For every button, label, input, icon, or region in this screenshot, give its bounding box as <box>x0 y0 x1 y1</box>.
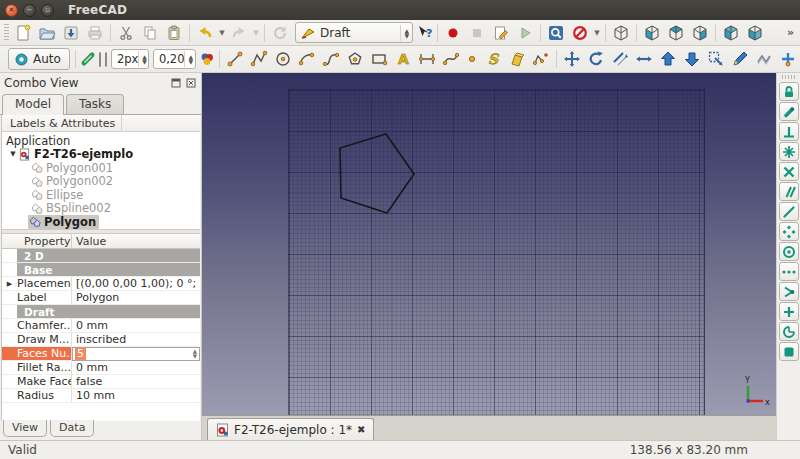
tree-item-polygon001[interactable]: Polygon001 <box>2 161 200 175</box>
draft-move-button[interactable] <box>560 48 584 70</box>
tree-item-polygon-selected[interactable]: Polygon <box>2 215 200 229</box>
paste-button[interactable] <box>162 22 186 44</box>
copy-button[interactable] <box>138 22 162 44</box>
macro-play-button[interactable] <box>513 22 537 44</box>
3d-viewport[interactable]: Y x <box>202 73 776 415</box>
snap-extension-button[interactable] <box>779 202 799 221</box>
draft-polygon-button[interactable] <box>343 48 367 70</box>
polygon-shape[interactable] <box>340 134 414 213</box>
workingplane-auto-button[interactable]: Auto <box>8 48 70 70</box>
snap-workingplane-button[interactable] <box>779 342 799 361</box>
print-button[interactable] <box>83 22 107 44</box>
panel-close-button[interactable] <box>185 77 197 89</box>
draft-wire-button[interactable] <box>247 48 271 70</box>
snap-midpoint-button[interactable] <box>779 302 799 321</box>
macro-edit-button[interactable] <box>489 22 513 44</box>
draft-bezier-button[interactable] <box>439 48 463 70</box>
property-row-placement[interactable]: ▶Placement[(0,00 0,00 1,00); 0 °; (-30 .… <box>2 277 200 291</box>
redo-dropdown[interactable]: ▼ <box>251 22 261 44</box>
snap-perpendicular-button[interactable] <box>779 122 799 141</box>
draft-text-button[interactable]: A <box>391 48 415 70</box>
property-row-chamfer[interactable]: Chamfer...0 mm <box>2 319 200 333</box>
draft-rotate-button[interactable] <box>584 48 608 70</box>
rear-view-button[interactable] <box>719 22 743 44</box>
draft-edit-button[interactable] <box>728 48 752 70</box>
line-width-spinbox[interactable]: 2px▲▼ <box>111 49 149 69</box>
line-color-swatch[interactable] <box>99 52 101 67</box>
tree-item-application[interactable]: Application <box>2 134 200 148</box>
redo-button[interactable] <box>227 22 251 44</box>
snap-center-button[interactable] <box>779 242 799 261</box>
snap-special-button[interactable] <box>779 222 799 241</box>
draft-scale-button[interactable] <box>704 48 728 70</box>
macro-stop-button[interactable] <box>465 22 489 44</box>
tab-model[interactable]: Model <box>2 94 64 115</box>
undo-button[interactable] <box>193 22 217 44</box>
window-minimize-button[interactable]: − <box>23 4 36 17</box>
property-row-draw-mode[interactable]: Draw M...inscribed <box>2 333 200 347</box>
snap-intersection-button[interactable] <box>779 162 799 181</box>
tab-view[interactable]: View <box>3 420 47 437</box>
draft-facebinder-button[interactable] <box>505 48 529 70</box>
tree-item-ellipse[interactable]: Ellipse <box>2 188 200 202</box>
property-row-make-face[interactable]: Make Facefalse <box>2 375 200 389</box>
construction-mode-button[interactable] <box>79 48 97 70</box>
snap-grid-button[interactable] <box>779 142 799 161</box>
macro-record-button[interactable] <box>441 22 465 44</box>
snap-near-button[interactable] <box>779 282 799 301</box>
draw-style-dropdown[interactable]: ▼ <box>592 22 602 44</box>
open-file-button[interactable] <box>35 22 59 44</box>
axonometric-view-button[interactable] <box>609 22 633 44</box>
draft-to-sketch-button[interactable] <box>529 48 553 70</box>
draft-trimex-button[interactable] <box>632 48 656 70</box>
text-scale-spinbox[interactable]: 0,20▲▼ <box>153 49 196 69</box>
property-row-faces-number[interactable]: Faces Nu...5▲▼ <box>2 347 200 361</box>
toolbar-grip[interactable] <box>782 75 796 79</box>
tab-data[interactable]: Data <box>50 420 94 437</box>
expand-arrow-icon[interactable]: ▶ <box>2 277 17 290</box>
toolbar-overflow-button[interactable]: » <box>783 26 798 39</box>
draft-bspline-button[interactable] <box>319 48 343 70</box>
left-view-button[interactable] <box>743 22 767 44</box>
snap-dimensions-button[interactable] <box>779 262 799 281</box>
tree-item-polygon002[interactable]: Polygon002 <box>2 175 200 189</box>
snap-parallel-button[interactable] <box>779 182 799 201</box>
spin-arrows[interactable]: ▲▼ <box>193 349 198 359</box>
toolbar-grip[interactable] <box>4 24 9 42</box>
snap-angle-button[interactable] <box>779 322 799 341</box>
window-close-button[interactable]: ✕ <box>5 4 18 17</box>
right-view-button[interactable] <box>688 22 712 44</box>
draft-shapestring-button[interactable]: S <box>481 48 505 70</box>
draft-point-button[interactable] <box>463 48 481 70</box>
property-group-row[interactable]: Base <box>2 263 200 277</box>
draft-upgrade-button[interactable] <box>656 48 680 70</box>
draft-rectangle-button[interactable] <box>367 48 391 70</box>
save-button[interactable] <box>59 22 83 44</box>
property-table-header[interactable]: Property Value <box>2 234 200 249</box>
face-color-swatch[interactable] <box>105 52 107 67</box>
draw-style-button[interactable] <box>568 22 592 44</box>
front-view-button[interactable] <box>640 22 664 44</box>
new-document-button[interactable] <box>11 22 35 44</box>
expand-arrow-icon[interactable]: ▼ <box>8 150 18 158</box>
draft-line-button[interactable] <box>223 48 247 70</box>
snap-lock-button[interactable] <box>779 82 799 101</box>
property-group-row[interactable]: 2 D <box>2 249 200 263</box>
tab-close-icon[interactable]: ✖ <box>357 424 365 435</box>
autogroup-button[interactable] <box>198 48 216 70</box>
tree-header[interactable]: Labels & Attributes <box>2 115 200 132</box>
tab-tasks[interactable]: Tasks <box>66 94 124 114</box>
refresh-button[interactable] <box>268 22 292 44</box>
draft-offset-button[interactable] <box>608 48 632 70</box>
document-tab[interactable]: F2-T26-ejemplo : 1* ✖ <box>207 418 374 440</box>
tree-item-bspline002[interactable]: BSpline002 <box>2 202 200 216</box>
snap-endpoint-button[interactable] <box>779 102 799 121</box>
undo-dropdown[interactable]: ▼ <box>217 22 227 44</box>
tree-item-document[interactable]: ▼ F2-T26-ejemplo <box>2 148 200 162</box>
fit-all-button[interactable] <box>544 22 568 44</box>
cut-button[interactable] <box>114 22 138 44</box>
whats-this-button[interactable]: ? <box>416 22 434 44</box>
property-row-label[interactable]: LabelPolygon <box>2 291 200 305</box>
faces-number-spinbox[interactable]: 5▲▼ <box>72 347 200 361</box>
window-maximize-button[interactable]: ▫ <box>41 4 54 17</box>
